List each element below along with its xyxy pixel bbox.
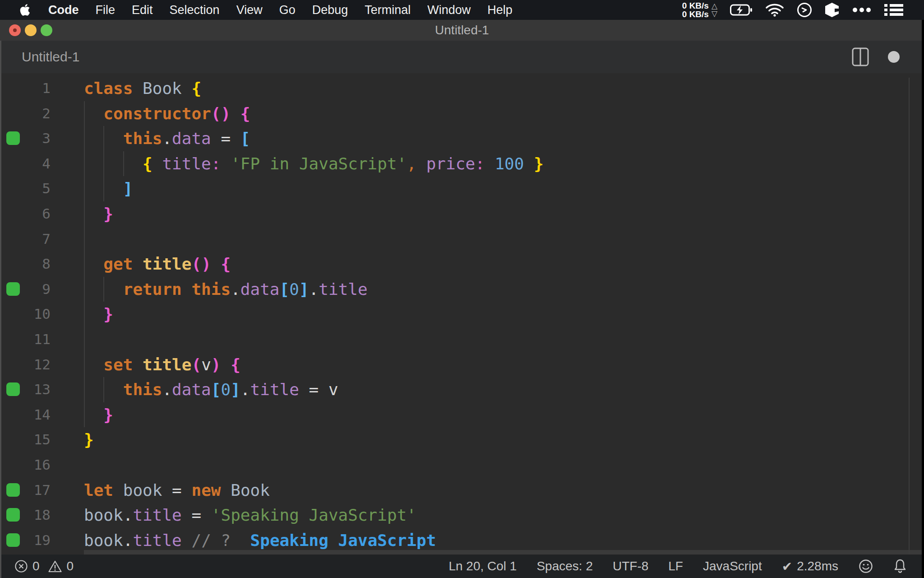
unsaved-changes-indicator[interactable]	[888, 51, 900, 63]
ellipsis-icon[interactable]	[852, 7, 872, 13]
status-eol-sequence[interactable]: LF	[668, 559, 683, 573]
menu-item-window[interactable]: Window	[427, 3, 471, 17]
warning-count: 0	[67, 559, 74, 573]
error-icon	[14, 559, 28, 573]
warning-icon	[48, 560, 62, 573]
line-number: 19	[11, 528, 51, 553]
code-text: { title: 'FP in JavaScript', price: 100 …	[84, 151, 544, 177]
code-editor[interactable]: 1class Book {2 constructor() {3 this.dat…	[0, 73, 924, 555]
split-editor-icon[interactable]	[852, 47, 869, 66]
code-text: this.data = [	[84, 126, 250, 151]
code-line[interactable]: 3 this.data = [	[0, 126, 924, 151]
problems-indicator[interactable]: 0 0	[14, 555, 74, 578]
line-number: 9	[11, 277, 51, 302]
status-bar: 0 0 Ln 20, Col 1Spaces: 2UTF-8LFJavaScri…	[0, 555, 924, 578]
clock-app-icon[interactable]	[797, 2, 812, 18]
code-text: return this.data[0].title	[84, 277, 368, 302]
menu-item-help[interactable]: Help	[487, 3, 513, 17]
line-number: 14	[11, 402, 51, 428]
code-text: }	[84, 427, 94, 452]
code-line[interactable]: 18book.title = 'Speaking JavaScript'	[0, 503, 924, 528]
scrollbar-edge[interactable]	[909, 78, 910, 555]
download-arrow-icon: ▽	[711, 10, 717, 18]
quokka-run-time[interactable]: ✔ 2.28ms	[782, 559, 838, 574]
status-indentation[interactable]: Spaces: 2	[536, 559, 593, 573]
menu-item-terminal[interactable]: Terminal	[365, 3, 411, 17]
run-time-value: 2.28ms	[797, 559, 838, 573]
status-language-mode[interactable]: JavaScript	[703, 559, 762, 573]
code-text: book.title = 'Speaking JavaScript'	[84, 503, 416, 528]
code-line[interactable]: 6 }	[0, 201, 924, 227]
screen: Code FileEditSelectionViewGoDebugTermina…	[0, 0, 924, 578]
code-text: this.data[0].title = v	[84, 377, 338, 402]
code-line[interactable]: 2 constructor() {	[0, 101, 924, 126]
line-number: 2	[11, 101, 51, 126]
indent-guide	[84, 327, 85, 352]
menu-item-debug[interactable]: Debug	[312, 3, 348, 17]
list-menu-icon[interactable]	[884, 4, 903, 16]
battery-charging-icon[interactable]	[730, 4, 753, 16]
line-number: 8	[11, 252, 51, 277]
code-line[interactable]: 5 ]	[0, 176, 924, 201]
code-text: }	[84, 302, 113, 327]
tab-untitled-1[interactable]: Untitled-1	[22, 41, 79, 73]
check-icon: ✔	[782, 559, 792, 574]
code-text: }	[84, 201, 113, 227]
line-number: 10	[11, 302, 51, 327]
code-line[interactable]: 13 this.data[0].title = v	[0, 377, 924, 402]
menu-item-selection[interactable]: Selection	[170, 3, 220, 17]
line-number: 7	[11, 227, 51, 252]
macos-menu-bar: Code FileEditSelectionViewGoDebugTermina…	[0, 0, 924, 20]
line-number: 15	[11, 427, 51, 452]
network-up-value: 0 KB/s	[682, 1, 709, 10]
code-line[interactable]: 12 set title(v) {	[0, 352, 924, 378]
code-line[interactable]: 9 return this.data[0].title	[0, 277, 924, 302]
code-line[interactable]: 10 }	[0, 302, 924, 327]
code-line[interactable]: 4 { title: 'FP in JavaScript', price: 10…	[0, 151, 924, 177]
menu-item-file[interactable]: File	[96, 3, 116, 17]
menu-items-container: FileEditSelectionViewGoDebugTerminalWind…	[96, 3, 513, 17]
status-encoding[interactable]: UTF-8	[613, 559, 648, 573]
code-line[interactable]: 15}	[0, 427, 924, 452]
line-number: 4	[11, 151, 51, 177]
network-throughput-indicator[interactable]: 0 KB/s 0 KB/s △ ▽	[682, 1, 717, 19]
window-title: Untitled-1	[0, 20, 924, 41]
window-right-edge	[922, 20, 924, 578]
wifi-icon[interactable]	[765, 3, 784, 17]
editor-header: Untitled-1	[0, 41, 924, 73]
menu-item-view[interactable]: View	[236, 3, 263, 17]
line-number: 18	[11, 503, 51, 528]
code-line[interactable]: 16	[0, 452, 924, 478]
code-lines: 1class Book {2 constructor() {3 this.dat…	[0, 76, 924, 553]
code-line[interactable]: 17let book = new Book	[0, 478, 924, 503]
code-text: book.title // ? Speaking JavaScript	[84, 528, 436, 553]
line-number: 11	[11, 327, 51, 352]
line-number: 17	[11, 478, 51, 503]
code-text: }	[84, 402, 113, 428]
code-text: let book = new Book	[84, 478, 270, 503]
notifications-bell-icon[interactable]	[893, 559, 907, 574]
line-number: 16	[11, 452, 51, 478]
code-text: class Book {	[84, 76, 201, 101]
error-count: 0	[32, 559, 40, 573]
code-line[interactable]: 7	[0, 227, 924, 252]
menu-item-go[interactable]: Go	[279, 3, 296, 17]
code-text: get title() {	[84, 252, 231, 277]
code-line[interactable]: 11	[0, 327, 924, 352]
window-left-edge	[0, 41, 1, 578]
cube-app-icon[interactable]	[825, 2, 839, 18]
feedback-smiley-icon[interactable]	[858, 559, 873, 574]
network-down-value: 0 KB/s	[682, 10, 709, 19]
code-text: ]	[84, 176, 133, 201]
code-line[interactable]: 14 }	[0, 402, 924, 428]
status-cursor-position[interactable]: Ln 20, Col 1	[448, 559, 517, 573]
menu-item-code[interactable]: Code	[48, 3, 79, 17]
apple-menu-icon[interactable]	[20, 3, 32, 17]
code-line[interactable]: 19book.title // ? Speaking JavaScript	[0, 528, 924, 553]
menu-item-edit[interactable]: Edit	[132, 3, 153, 17]
indent-guide	[84, 227, 85, 252]
code-line[interactable]: 1class Book {	[0, 76, 924, 101]
window-title-bar[interactable]: Untitled-1	[0, 20, 924, 41]
code-line[interactable]: 8 get title() {	[0, 252, 924, 277]
current-line-highlight	[84, 550, 924, 555]
